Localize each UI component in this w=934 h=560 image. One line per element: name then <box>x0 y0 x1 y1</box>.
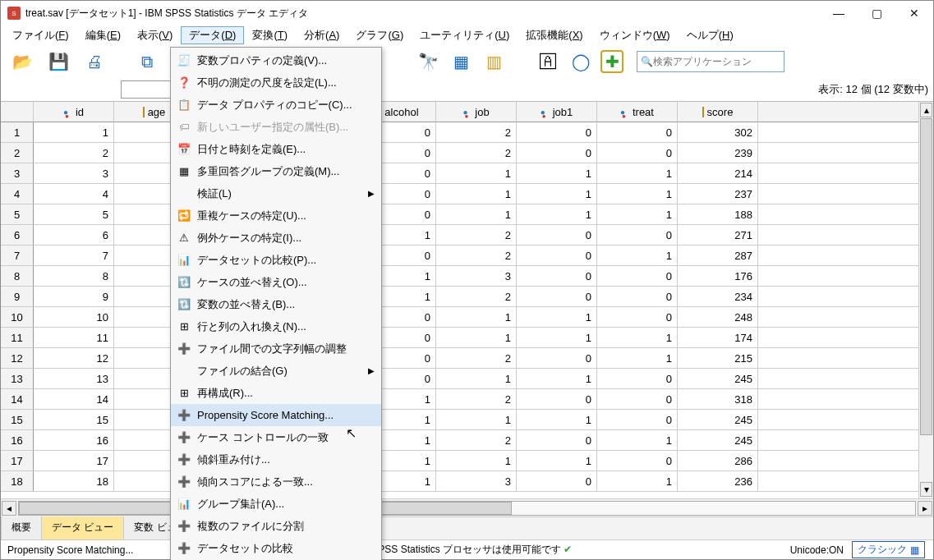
cell[interactable]: 0 <box>517 430 597 451</box>
menuitem[interactable]: 🔃ケースの並べ替え(O)... <box>171 271 381 293</box>
cell[interactable]: 2 <box>436 348 517 369</box>
cell[interactable]: 17 <box>34 451 114 471</box>
cell[interactable]: 18 <box>34 471 114 492</box>
cell[interactable]: 2 <box>436 225 517 246</box>
cell[interactable]: 1 <box>436 328 517 348</box>
cell[interactable]: 2 <box>436 246 517 266</box>
cell[interactable]: 7 <box>34 246 114 266</box>
row-header[interactable]: 17 <box>1 451 34 471</box>
menu-h[interactable]: ヘルプ(H) <box>679 26 742 44</box>
cell[interactable]: 174 <box>678 328 758 348</box>
cell[interactable]: 3 <box>436 471 517 492</box>
grid-corner[interactable] <box>1 102 34 122</box>
row-header[interactable]: 3 <box>1 163 34 184</box>
menu-e[interactable]: 編集(E) <box>77 26 129 44</box>
cell[interactable]: 0 <box>597 307 678 328</box>
menuitem[interactable]: 検証(L)▶ <box>171 182 381 204</box>
value-labels-button[interactable]: ✚ <box>600 50 623 73</box>
cell[interactable]: 1 <box>597 328 678 348</box>
column-header-id[interactable]: id <box>34 102 114 122</box>
cell[interactable]: 6 <box>34 225 114 246</box>
search-application-box[interactable]: 🔍 <box>637 51 784 72</box>
split-file-button[interactable]: 🄰 <box>535 48 561 75</box>
cell[interactable]: 1 <box>517 163 597 184</box>
cell[interactable]: 1 <box>436 163 517 184</box>
cell[interactable]: 1 <box>597 471 678 492</box>
scroll-down-button[interactable]: ▾ <box>920 482 932 497</box>
menuitem[interactable]: ➕ケース コントロールの一致 <box>171 426 381 448</box>
cell[interactable]: 16 <box>34 430 114 451</box>
menuitem[interactable]: ⚠例外ケースの特定(I)... <box>171 227 381 249</box>
cell[interactable]: 1 <box>597 348 678 369</box>
cell[interactable]: 0 <box>517 287 597 307</box>
cell[interactable]: 0 <box>597 451 678 471</box>
row-header[interactable]: 4 <box>1 184 34 204</box>
cell[interactable]: 1 <box>436 410 517 430</box>
cell[interactable]: 14 <box>34 389 114 410</box>
menuitem[interactable]: ⊞再構成(R)... <box>171 382 381 404</box>
cell[interactable]: 286 <box>678 451 758 471</box>
horizontal-scrollbar[interactable]: ◂ ▸ <box>1 498 933 516</box>
menuitem[interactable]: ➕Propensity Score Matching... <box>171 404 381 426</box>
save-button[interactable]: 💾 <box>44 47 73 76</box>
cell[interactable]: 176 <box>678 266 758 287</box>
cell[interactable]: 1 <box>34 122 114 143</box>
row-header[interactable]: 9 <box>1 287 34 307</box>
cell[interactable]: 214 <box>678 163 758 184</box>
weight-cases-button[interactable]: ◯ <box>568 48 594 75</box>
cell[interactable]: 1 <box>517 307 597 328</box>
cell[interactable]: 2 <box>436 389 517 410</box>
cell[interactable]: 1 <box>597 204 678 225</box>
cell[interactable]: 245 <box>678 410 758 430</box>
row-header[interactable]: 10 <box>1 307 34 328</box>
cell[interactable]: 10 <box>34 307 114 328</box>
scroll-right-button[interactable]: ▸ <box>918 501 932 516</box>
cell[interactable]: 1 <box>517 204 597 225</box>
column-header-score[interactable]: score <box>678 102 758 122</box>
row-header[interactable]: 1 <box>1 122 34 143</box>
cell[interactable]: 0 <box>597 389 678 410</box>
menuitem[interactable]: 🔃変数の並べ替え(B)... <box>171 293 381 315</box>
cell[interactable]: 0 <box>517 246 597 266</box>
cell[interactable]: 0 <box>517 471 597 492</box>
cell[interactable]: 248 <box>678 307 758 328</box>
menu-f[interactable]: ファイル(F) <box>4 26 77 44</box>
classic-mode-button[interactable]: クラシック▦ <box>852 541 925 558</box>
scroll-thumb[interactable] <box>920 118 932 435</box>
row-header[interactable]: 7 <box>1 246 34 266</box>
cell[interactable]: 1 <box>517 369 597 389</box>
menuitem[interactable]: 📊データセットの比較(P)... <box>171 249 381 271</box>
cell[interactable]: 271 <box>678 225 758 246</box>
cell[interactable]: 287 <box>678 246 758 266</box>
cell[interactable]: 0 <box>597 143 678 163</box>
cell[interactable]: 1 <box>597 430 678 451</box>
row-header[interactable]: 6 <box>1 225 34 246</box>
row-header[interactable]: 2 <box>1 143 34 163</box>
cell[interactable]: 12 <box>34 348 114 369</box>
cell[interactable]: 3 <box>34 163 114 184</box>
menuitem[interactable]: ⊞行と列の入れ換え(N)... <box>171 315 381 337</box>
cell[interactable]: 1 <box>517 451 597 471</box>
cell[interactable]: 1 <box>597 163 678 184</box>
menuitem[interactable]: 📊グループ集計(A)... <box>171 493 381 515</box>
cell[interactable]: 239 <box>678 143 758 163</box>
minimize-button[interactable]: — <box>820 1 858 25</box>
cell[interactable]: 0 <box>517 389 597 410</box>
cell[interactable]: 1 <box>436 204 517 225</box>
menuitem[interactable]: ➕データセットの比較 <box>171 537 381 559</box>
insert-cases-button[interactable]: ▦ <box>448 48 474 75</box>
cell[interactable]: 1 <box>436 369 517 389</box>
cell[interactable]: 0 <box>517 225 597 246</box>
cell[interactable]: 0 <box>597 266 678 287</box>
cell[interactable]: 0 <box>597 122 678 143</box>
cell[interactable]: 318 <box>678 389 758 410</box>
cell[interactable]: 0 <box>597 225 678 246</box>
cell[interactable]: 188 <box>678 204 758 225</box>
print-button[interactable]: 🖨 <box>80 47 109 76</box>
menuitem[interactable]: ▦多重回答グループの定義(M)... <box>171 160 381 182</box>
cell[interactable]: 1 <box>517 328 597 348</box>
cell[interactable]: 236 <box>678 471 758 492</box>
row-header[interactable]: 8 <box>1 266 34 287</box>
cell[interactable]: 234 <box>678 287 758 307</box>
row-header[interactable]: 12 <box>1 348 34 369</box>
